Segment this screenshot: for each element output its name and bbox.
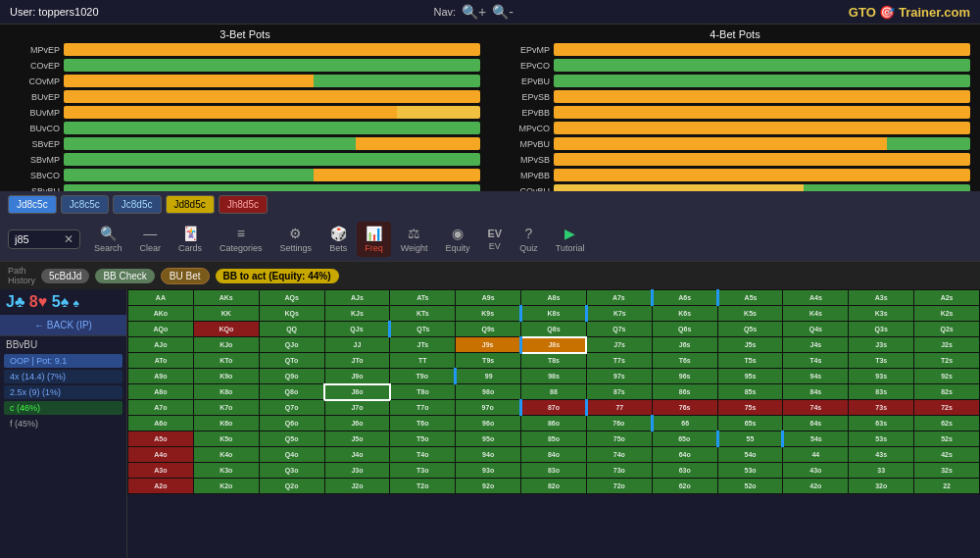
matrix-cell[interactable]: 53o [717,463,783,479]
matrix-cell[interactable]: A5o [128,431,194,447]
matrix-cell[interactable]: 95s [717,369,783,384]
matrix-cell[interactable]: A2o [128,479,194,494]
matrix-cell[interactable]: 98s [521,369,587,384]
matrix-cell[interactable]: K8o [193,384,259,400]
matrix-cell[interactable]: A4s [783,290,849,306]
toolbar-ev-btn[interactable]: EV EV [480,224,511,255]
matrix-cell[interactable]: Q9o [259,369,324,384]
matrix-cell[interactable]: Q4o [259,447,324,463]
matrix-cell[interactable]: K8s [521,306,587,322]
matrix-cell[interactable]: KQo [193,322,259,337]
matrix-cell[interactable]: J7o [324,400,390,416]
matrix-cell[interactable]: A3o [128,463,194,479]
matrix-cell[interactable]: 72o [586,479,652,494]
toolbar-bets-btn[interactable]: 🎲 Bets [321,222,355,257]
matrix-cell[interactable]: A2s [914,290,980,306]
matrix-cell[interactable]: 85s [717,384,783,400]
matrix-cell[interactable]: 96o [456,416,521,431]
bb-check-btn[interactable]: BB Check [95,269,154,283]
matrix-cell[interactable]: 32s [914,463,980,479]
matrix-cell[interactable]: 76o [586,416,652,431]
matrix-cell[interactable]: J6o [324,416,390,431]
matrix-cell[interactable]: T8s [521,353,587,369]
matrix-cell[interactable]: 42o [783,479,849,494]
matrix-cell[interactable]: QTs [390,322,456,337]
hand-tab-jd8c5c[interactable]: Jd8c5c [8,195,57,214]
matrix-cell[interactable]: Q4s [783,322,849,337]
matrix-cell[interactable]: T3s [849,353,914,369]
matrix-cell[interactable]: J3s [849,337,914,353]
matrix-cell[interactable]: TT [390,353,456,369]
matrix-cell[interactable]: T7o [390,400,456,416]
toolbar-freq-btn[interactable]: 📊 Freq [357,222,391,257]
matrix-cell[interactable]: 76s [652,400,717,416]
matrix-cell[interactable]: Q8o [259,384,324,400]
matrix-cell[interactable]: A6s [652,290,717,306]
toolbar-weight-btn[interactable]: ⚖ Weight [393,222,436,257]
matrix-cell[interactable]: J2s [914,337,980,353]
matrix-cell[interactable]: Q5s [717,322,783,337]
matrix-cell[interactable]: ATs [390,290,456,306]
matrix-cell[interactable]: J4s [783,337,849,353]
matrix-cell[interactable]: K3s [849,306,914,322]
matrix-cell[interactable]: A9s [456,290,521,306]
matrix-cell[interactable]: K3o [193,463,259,479]
search-input[interactable] [15,233,64,245]
matrix-cell[interactable]: A7s [586,290,652,306]
toolbar-settings-btn[interactable]: ⚙ Settings [272,222,320,257]
matrix-cell[interactable]: 43s [849,447,914,463]
matrix-cell[interactable]: Q5o [259,431,324,447]
matrix-cell[interactable]: 83o [521,463,587,479]
matrix-cell[interactable]: T9o [390,369,456,384]
matrix-cell[interactable]: K5s [717,306,783,322]
matrix-cell[interactable]: K6o [193,416,259,431]
matrix-cell[interactable]: J7s [586,337,652,353]
matrix-cell[interactable]: K6s [652,306,717,322]
toolbar-clear-btn[interactable]: — Clear [132,222,170,257]
toolbar-equity-btn[interactable]: ◉ Equity [438,222,478,257]
matrix-cell[interactable]: 97s [586,369,652,384]
matrix-cell[interactable]: K2s [914,306,980,322]
toolbar-categories-btn[interactable]: ≡ Categories [212,222,270,257]
matrix-cell[interactable]: AA [128,290,194,306]
matrix-cell[interactable]: 92o [456,479,521,494]
matrix-cell[interactable]: QJs [324,322,390,337]
back-ip-btn[interactable]: ← BACK (IP) [0,315,126,336]
matrix-cell[interactable]: K9s [456,306,521,322]
matrix-cell[interactable]: 75o [586,431,652,447]
matrix-cell[interactable]: Q3s [849,322,914,337]
matrix-cell[interactable]: 93s [849,369,914,384]
matrix-cell[interactable]: T2o [390,479,456,494]
matrix-cell[interactable]: 86o [521,416,587,431]
matrix-cell[interactable]: AQo [128,322,194,337]
matrix-cell[interactable]: J5o [324,431,390,447]
matrix-cell[interactable]: 85o [521,431,587,447]
matrix-cell[interactable]: 96s [652,369,717,384]
matrix-cell[interactable]: AKs [193,290,259,306]
matrix-cell[interactable]: J4o [324,447,390,463]
matrix-cell[interactable]: KTo [193,353,259,369]
matrix-cell[interactable]: 63s [849,416,914,431]
matrix-cell[interactable]: 33 [849,463,914,479]
matrix-cell[interactable]: K7s [586,306,652,322]
matrix-cell[interactable]: 97o [456,400,521,416]
matrix-cell[interactable]: 52o [717,479,783,494]
matrix-cell[interactable]: 64o [652,447,717,463]
matrix-cell[interactable]: Q2s [914,322,980,337]
matrix-cell[interactable]: J8s [521,337,587,353]
search-box[interactable]: ✕ [8,229,80,249]
bu-bet-btn[interactable]: BU Bet [161,268,210,284]
toolbar-quiz-btn[interactable]: ? Quiz [512,222,546,257]
matrix-cell[interactable]: K2o [193,479,259,494]
matrix-cell[interactable]: J9s [456,337,521,353]
matrix-cell[interactable]: K5o [193,431,259,447]
matrix-cell[interactable]: A7o [128,400,194,416]
matrix-cell[interactable]: J8o [324,384,390,400]
matrix-cell[interactable]: 63o [652,463,717,479]
matrix-cell[interactable]: Q7s [586,322,652,337]
toolbar-search-btn[interactable]: 🔍 Search [86,222,130,257]
matrix-cell[interactable]: A6o [128,416,194,431]
matrix-cell[interactable]: 54s [783,431,849,447]
matrix-cell[interactable]: A5s [717,290,783,306]
matrix-cell[interactable]: AQs [259,290,324,306]
